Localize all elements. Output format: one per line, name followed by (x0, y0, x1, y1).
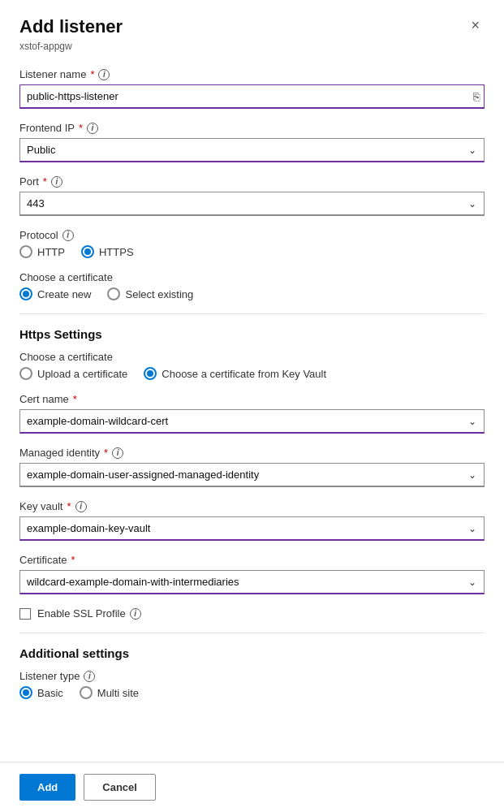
select-existing-option[interactable]: Select existing (107, 287, 193, 300)
add-listener-panel: Add listener × xstof-appgw Listener name… (0, 0, 504, 812)
key-vault-select[interactable]: example-domain-key-vault (19, 516, 485, 541)
key-vault-required: * (67, 500, 71, 512)
select-existing-radio[interactable] (107, 287, 120, 300)
keyvault-cert-label: Choose a certificate from Key Vault (162, 368, 326, 380)
create-new-label: Create new (37, 288, 91, 300)
https-settings-title: Https Settings (19, 327, 485, 341)
cert-name-select-wrapper: example-domain-wildcard-cert ⌄ (19, 409, 485, 434)
frontend-ip-select-wrapper: Public Private ⌄ (19, 138, 485, 162)
listener-name-input[interactable] (19, 84, 485, 109)
choose-certificate-group: Choose a certificate Create new Select e… (19, 271, 485, 300)
choose-certificate-label: Choose a certificate (19, 271, 485, 283)
port-info-icon[interactable]: i (51, 176, 62, 188)
protocol-http-radio[interactable] (19, 245, 32, 258)
ssl-profile-info-icon[interactable]: i (130, 608, 141, 620)
create-new-option[interactable]: Create new (19, 287, 91, 300)
frontend-ip-info-icon[interactable]: i (87, 123, 98, 134)
port-select-wrapper: 443 80 8080 ⌄ (19, 192, 485, 216)
key-vault-label: Key vault * i (19, 500, 485, 512)
multi-site-type-label: Multi site (97, 687, 139, 699)
protocol-https-radio[interactable] (81, 245, 94, 258)
https-certificate-radio-group: Upload a certificate Choose a certificat… (19, 367, 485, 380)
protocol-https-label: HTTPS (99, 246, 134, 258)
additional-settings-title: Additional settings (19, 646, 485, 660)
listener-name-info-icon[interactable]: i (98, 69, 110, 80)
cancel-button[interactable]: Cancel (84, 774, 156, 801)
cert-name-group: Cert name * example-domain-wildcard-cert… (19, 393, 485, 434)
certificate-label: Certificate * (19, 554, 485, 566)
upload-cert-option[interactable]: Upload a certificate (19, 367, 127, 380)
protocol-group: Protocol i HTTP HTTPS (19, 229, 485, 258)
create-new-radio[interactable] (19, 287, 32, 300)
certificate-select-wrapper: wildcard-example-domain-with-intermediar… (19, 570, 485, 594)
listener-type-group: Listener type i Basic Multi site (19, 670, 485, 699)
multi-site-type-radio[interactable] (80, 686, 93, 699)
keyvault-cert-option[interactable]: Choose a certificate from Key Vault (144, 367, 326, 380)
frontend-ip-group: Frontend IP * i Public Private ⌄ (19, 122, 485, 162)
managed-identity-select[interactable]: example-domain-user-assigned-managed-ide… (19, 463, 485, 487)
frontend-ip-label: Frontend IP * i (19, 122, 485, 134)
divider-2 (19, 633, 485, 633)
port-select[interactable]: 443 80 8080 (19, 192, 485, 216)
frontend-ip-select[interactable]: Public Private (19, 138, 485, 162)
managed-identity-required: * (104, 447, 108, 459)
certificate-group: Certificate * wildcard-example-domain-wi… (19, 554, 485, 594)
basic-type-label: Basic (37, 687, 63, 699)
footer: Add Cancel (0, 762, 504, 812)
ssl-profile-wrapper: Enable SSL Profile i (19, 607, 485, 620)
close-button[interactable]: × (466, 16, 485, 34)
divider-1 (19, 313, 485, 314)
basic-type-radio[interactable] (19, 686, 32, 699)
keyvault-cert-radio[interactable] (144, 367, 157, 380)
listener-name-required: * (90, 68, 94, 80)
protocol-radio-group: HTTP HTTPS (19, 245, 485, 258)
paste-icon: ⎘ (473, 90, 480, 103)
upload-cert-radio[interactable] (19, 367, 32, 380)
protocol-info-icon[interactable]: i (62, 230, 74, 241)
protocol-https-option[interactable]: HTTPS (81, 245, 134, 258)
protocol-http-option[interactable]: HTTP (19, 245, 65, 258)
port-group: Port * i 443 80 8080 ⌄ (19, 175, 485, 216)
https-choose-certificate-label: Choose a certificate (19, 351, 485, 363)
key-vault-select-wrapper: example-domain-key-vault ⌄ (19, 516, 485, 541)
choose-certificate-radio-group: Create new Select existing (19, 287, 485, 300)
multi-site-type-option[interactable]: Multi site (80, 686, 139, 699)
select-existing-label: Select existing (125, 288, 193, 300)
managed-identity-info-icon[interactable]: i (112, 447, 123, 459)
https-choose-certificate-group: Choose a certificate Upload a certificat… (19, 351, 485, 380)
panel-header: Add listener × (19, 16, 485, 37)
protocol-http-label: HTTP (37, 246, 65, 258)
upload-cert-label: Upload a certificate (37, 368, 127, 380)
listener-name-input-wrapper: ⎘ (19, 84, 485, 109)
add-button[interactable]: Add (19, 774, 75, 801)
listener-name-group: Listener name * i ⎘ (19, 68, 485, 109)
listener-type-info-icon[interactable]: i (84, 671, 95, 682)
certificate-required: * (71, 554, 75, 566)
listener-type-label: Listener type i (19, 670, 485, 682)
listener-name-label: Listener name * i (19, 68, 485, 80)
cert-name-required: * (73, 393, 77, 405)
managed-identity-select-wrapper: example-domain-user-assigned-managed-ide… (19, 463, 485, 487)
cert-name-label: Cert name * (19, 393, 485, 405)
key-vault-group: Key vault * i example-domain-key-vault ⌄ (19, 500, 485, 541)
ssl-profile-checkbox[interactable] (19, 608, 31, 620)
managed-identity-group: Managed identity * i example-domain-user… (19, 447, 485, 487)
panel-subtitle: xstof-appgw (19, 41, 485, 52)
port-label: Port * i (19, 175, 485, 188)
cert-name-select[interactable]: example-domain-wildcard-cert (19, 409, 485, 434)
managed-identity-label: Managed identity * i (19, 447, 485, 459)
protocol-label: Protocol i (19, 229, 485, 241)
panel-title: Add listener (19, 16, 123, 37)
listener-type-radio-group: Basic Multi site (19, 686, 485, 699)
frontend-ip-required: * (79, 122, 83, 134)
basic-type-option[interactable]: Basic (19, 686, 63, 699)
ssl-profile-group: Enable SSL Profile i (19, 607, 485, 620)
port-required: * (43, 175, 47, 188)
key-vault-info-icon[interactable]: i (75, 501, 87, 512)
ssl-profile-label: Enable SSL Profile i (37, 607, 141, 620)
certificate-select[interactable]: wildcard-example-domain-with-intermediar… (19, 570, 485, 594)
